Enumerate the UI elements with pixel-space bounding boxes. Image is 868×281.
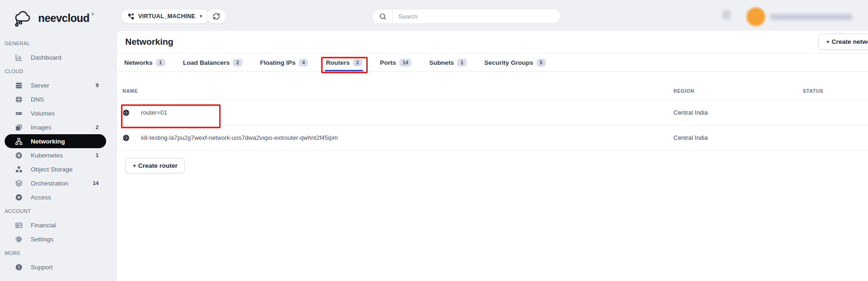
sidebar-item-label: Dashboard <box>31 54 61 61</box>
kubernetes-icon <box>15 151 23 159</box>
tab-networks[interactable]: Networks 1 <box>124 59 165 67</box>
sidebar-item-access[interactable]: Access <box>5 190 106 204</box>
column-header-region: REGION <box>673 88 803 94</box>
sidebar-item-label: Volumes <box>31 110 55 117</box>
sidebar-item-settings[interactable]: Settings <box>5 232 106 246</box>
router-region: Central India <box>673 134 803 141</box>
neevcloud-logo-icon <box>12 9 34 27</box>
sidebar-item-volumes[interactable]: Volumes <box>5 106 106 120</box>
tab-badge: 2 <box>233 59 242 67</box>
virtual-machine-icon <box>128 13 135 20</box>
sidebar-section-general: GENERAL <box>0 36 116 50</box>
sidebar-item-support[interactable]: Support <box>5 260 106 274</box>
sidebar-item-label: Kubernetes <box>31 152 63 159</box>
sidebar-item-label: Orchestration <box>31 180 68 187</box>
sidebar-nav: GENERAL Dashboard CLOUD Server 9 DNS <box>0 34 116 274</box>
server-icon <box>15 82 23 89</box>
sidebar-item-count: 9 <box>96 82 99 88</box>
notification-icon[interactable] <box>722 10 731 20</box>
networking-icon <box>15 137 23 145</box>
sidebar-item-orchestration[interactable]: Orchestration 14 <box>5 176 106 190</box>
tab-badge: 1 <box>457 59 466 67</box>
sidebar-item-label: Financial <box>31 222 56 229</box>
sidebar-item-count: 14 <box>93 180 99 186</box>
column-header-name: NAME <box>122 88 673 94</box>
create-router-button[interactable]: + Create router <box>125 158 185 173</box>
sidebar-item-dashboard[interactable]: Dashboard <box>5 50 106 64</box>
sidebar-section-account: ACCOUNT <box>0 204 116 218</box>
sidebar-item-label: Access <box>31 194 51 201</box>
table-row[interactable]: router=01 Central India <box>117 100 868 125</box>
sidebar-item-label: Server <box>31 82 49 89</box>
sidebar-item-financial[interactable]: Financial <box>5 218 106 232</box>
images-icon <box>15 123 23 131</box>
sidebar-item-networking[interactable]: Networking <box>5 134 106 148</box>
column-header-status: STATUS <box>803 88 868 94</box>
table-header: NAME REGION STATUS <box>117 72 868 100</box>
sidebar-section-more: MORE <box>0 246 116 260</box>
sidebar-item-label: Networking <box>31 138 65 145</box>
financial-icon <box>15 221 23 229</box>
access-icon <box>15 193 23 201</box>
tab-security-groups[interactable]: Security Groups 5 <box>484 59 546 67</box>
create-network-button[interactable]: + Create network <box>818 34 868 50</box>
sidebar-section-cloud: CLOUD <box>0 64 116 78</box>
dns-icon <box>15 96 23 103</box>
tab-badge: 1 <box>156 59 165 67</box>
refresh-button[interactable] <box>206 9 227 24</box>
router-icon <box>122 134 130 142</box>
project-selector-label: VIRTUAL_MACHINE <box>138 13 195 20</box>
router-name: k8-testing-la7pu2g7wexf-network-uos7dwa2… <box>141 134 338 141</box>
search-input[interactable] <box>393 13 560 20</box>
brand-name: neevcloud <box>38 12 89 25</box>
sidebar-item-label: Support <box>31 264 53 271</box>
sidebar-item-count: 1 <box>96 152 99 158</box>
tab-badge: 2 <box>353 59 362 67</box>
sidebar-item-kubernetes[interactable]: Kubernetes 1 <box>5 148 106 162</box>
volumes-icon <box>15 110 23 117</box>
dashboard-icon <box>15 54 23 62</box>
sidebar-item-label: Settings <box>31 236 54 243</box>
search-box <box>372 9 561 24</box>
main-content: Networking + Create network Networks 1 L… <box>116 30 868 281</box>
router-name: router=01 <box>141 109 167 116</box>
tab-badge: 4 <box>299 59 308 67</box>
sidebar: neevcloud ® GENERAL Dashboard CLOUD Serv… <box>0 0 116 281</box>
support-icon <box>15 263 23 271</box>
sidebar-item-count: 2 <box>96 124 99 130</box>
chevron-down-icon: ▼ <box>199 14 203 19</box>
project-selector[interactable]: VIRTUAL_MACHINE ▼ <box>121 9 210 24</box>
tab-badge: 5 <box>537 59 546 67</box>
tab-ports[interactable]: Ports 14 <box>380 59 411 67</box>
tab-floating-ips[interactable]: Floating IPs 4 <box>260 59 309 67</box>
router-region: Central India <box>673 109 803 116</box>
sidebar-item-label: Object Storage <box>31 166 73 173</box>
object-storage-icon <box>15 165 23 173</box>
orchestration-icon <box>15 179 23 187</box>
sidebar-item-images[interactable]: Images 2 <box>5 120 106 134</box>
router-icon <box>122 109 130 117</box>
page-title: Networking <box>125 37 173 47</box>
refresh-icon <box>213 13 220 20</box>
settings-icon <box>15 235 23 243</box>
sidebar-item-object-storage[interactable]: Object Storage <box>5 162 106 176</box>
tab-badge: 14 <box>399 59 411 67</box>
user-name-redacted <box>770 14 853 20</box>
brand-trademark: ® <box>91 12 94 16</box>
table-row[interactable]: k8-testing-la7pu2g7wexf-network-uos7dwa2… <box>117 125 868 151</box>
tab-subnets[interactable]: Subnets 1 <box>429 59 466 67</box>
search-icon <box>372 13 392 21</box>
tab-bar: Networks 1 Load Balancers 2 Floating IPs… <box>117 54 868 72</box>
avatar[interactable] <box>747 7 765 26</box>
sidebar-item-label: Images <box>31 124 51 131</box>
sidebar-item-server[interactable]: Server 9 <box>5 78 106 92</box>
brand-logo: neevcloud ® <box>0 0 116 34</box>
tab-load-balancers[interactable]: Load Balancers 2 <box>183 59 242 67</box>
sidebar-item-dns[interactable]: DNS <box>5 92 106 106</box>
tab-routers[interactable]: Routers 2 <box>326 59 362 67</box>
page-header: Networking + Create network <box>117 31 868 54</box>
sidebar-item-label: DNS <box>31 96 44 103</box>
